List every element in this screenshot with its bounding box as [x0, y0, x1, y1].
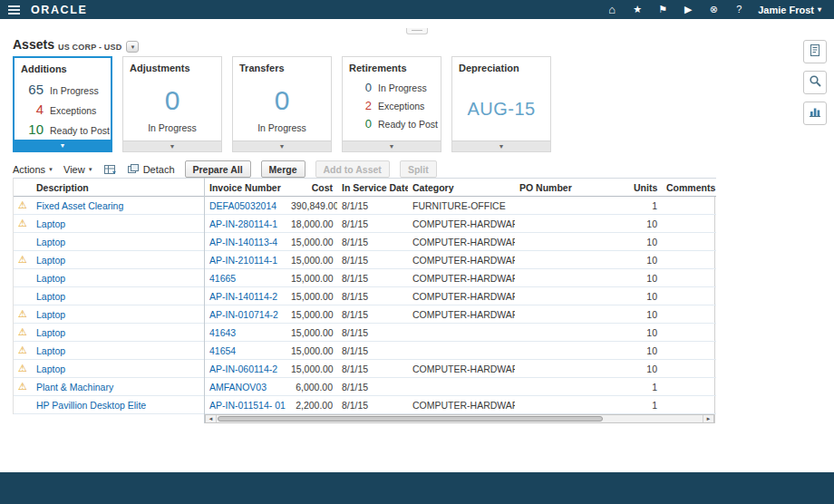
stat-in-progress[interactable]: 0 In Progress — [346, 81, 441, 94]
table-row[interactable]: ⚠Laptop — [14, 324, 204, 342]
infotile-expand-button[interactable]: ▼ — [343, 141, 441, 151]
description-link[interactable]: Laptop — [32, 233, 204, 251]
description-link[interactable]: Laptop — [32, 305, 204, 324]
detach-button[interactable]: Detach — [127, 163, 175, 175]
stat-exceptions[interactable]: 4 Exceptions — [18, 102, 111, 117]
table-row[interactable]: ⚠Laptop — [14, 360, 204, 378]
table-row[interactable]: ⚠Laptop — [14, 251, 204, 269]
reports-panel-button[interactable] — [803, 40, 827, 63]
table-row[interactable]: AP-IN-011514- 012,200.008/1/15COMPUTER-H… — [205, 396, 716, 414]
book-selector[interactable]: US CORP - USD ▼ — [58, 41, 139, 53]
table-row[interactable]: AP-IN-280114-118,000.008/1/15COMPUTER-HA… — [205, 215, 716, 233]
description-column-header[interactable]: Description — [32, 179, 204, 197]
units-column-header[interactable]: Units — [629, 179, 662, 197]
infotile-retirements[interactable]: Retirements 0 In Progress 2 Exceptions 0… — [342, 56, 441, 152]
table-left-body: ⚠Fixed Asset Clearing⚠LaptopLaptop⚠Lapto… — [14, 197, 204, 414]
table-row[interactable]: AP-IN-140114-215,000.008/1/15COMPUTER-HA… — [205, 287, 716, 305]
panel-drawer-handle[interactable] — [406, 28, 428, 34]
invoice-cell[interactable]: AMFANOV03 — [205, 378, 286, 396]
user-menu[interactable]: Jamie Frost ▾ — [758, 5, 821, 15]
description-link[interactable]: Laptop — [32, 342, 204, 360]
home-icon[interactable]: ⌂ — [606, 0, 618, 19]
comments-column-header[interactable]: Comments — [662, 179, 716, 197]
book-dropdown-button[interactable]: ▼ — [126, 41, 139, 53]
table-row[interactable]: ⚠Plant & Machinary — [14, 378, 204, 396]
stat-ready-to-post[interactable]: 10 Ready to Post — [18, 121, 111, 137]
table-row[interactable]: DEFA05032014390,849.008/1/15FURNITURE-OF… — [205, 197, 716, 215]
invoice-cell[interactable]: AP-IN-140114-2 — [205, 287, 286, 305]
description-link[interactable]: Laptop — [32, 287, 204, 305]
description-link[interactable]: Laptop — [32, 215, 204, 233]
invoice-cell[interactable]: DEFA05032014 — [205, 197, 286, 215]
table-row[interactable]: AP-IN-140113-415,000.008/1/15COMPUTER-HA… — [205, 233, 716, 251]
table-row[interactable]: HP Pavillion Desktop Elite — [14, 396, 204, 414]
invoice-cell[interactable]: AP-IN-010714-2 — [205, 305, 286, 324]
analytics-panel-button[interactable] — [803, 102, 827, 125]
table-row[interactable]: ⚠Laptop — [14, 342, 204, 360]
table-row[interactable]: 4165415,000.008/1/1510 — [205, 342, 716, 360]
favorites-star-icon[interactable]: ★ — [631, 0, 644, 19]
view-menu[interactable]: View ▼ — [63, 164, 93, 175]
table-row[interactable]: AMFANOV036,000.008/1/151 — [205, 378, 716, 396]
po-column-header[interactable]: PO Number — [515, 179, 629, 197]
description-link[interactable]: Plant & Machinary — [32, 378, 204, 396]
invoice-cell[interactable]: 41643 — [205, 324, 286, 342]
help-icon[interactable]: ? — [732, 0, 745, 19]
infotile-adjustments[interactable]: Adjustments 0 In Progress ▼ — [122, 56, 222, 152]
table-row[interactable]: 4166515,000.008/1/15COMPUTER-HARDWARE10 — [205, 269, 716, 287]
global-footer — [0, 472, 834, 504]
description-link[interactable]: Laptop — [32, 360, 204, 378]
cost-column-header[interactable]: Cost — [286, 179, 337, 197]
table-row[interactable]: Laptop — [14, 287, 204, 305]
description-link[interactable]: Fixed Asset Clearing — [32, 197, 204, 215]
announcements-icon[interactable]: ▶ — [682, 0, 694, 19]
table-row[interactable]: Laptop — [14, 269, 204, 287]
invoice-cell[interactable]: AP-IN-280114-1 — [205, 215, 286, 233]
table-row[interactable]: ⚠Laptop — [14, 215, 204, 233]
infotile-expand-button[interactable]: ▼ — [123, 141, 221, 151]
invoice-cell[interactable]: AP-IN-140113-4 — [205, 233, 286, 251]
scrollbar-thumb[interactable] — [218, 416, 603, 422]
scroll-left-icon[interactable]: ◄ — [206, 415, 217, 422]
horizontal-scrollbar[interactable]: ◄ ► — [205, 414, 714, 423]
category-column-header[interactable]: Category — [408, 179, 515, 197]
table-row[interactable]: AP-IN-010714-215,000.008/1/15COMPUTER-HA… — [205, 305, 716, 324]
scroll-right-icon[interactable]: ► — [703, 415, 713, 422]
description-link[interactable]: HP Pavillion Desktop Elite — [32, 396, 204, 414]
infotile-depreciation[interactable]: Depreciation AUG-15 ▼ — [451, 56, 551, 152]
table-row[interactable]: 4164315,000.008/1/1510 — [205, 324, 716, 342]
search-panel-button[interactable] — [803, 71, 827, 94]
table-row[interactable]: AP-IN-060114-215,000.008/1/15COMPUTER-HA… — [205, 360, 716, 378]
infotile-expand-button[interactable]: ▼ — [15, 140, 111, 150]
stat-ready-to-post[interactable]: 0 Ready to Post — [346, 117, 441, 131]
stat-exceptions[interactable]: 2 Exceptions — [346, 99, 441, 112]
date-column-header[interactable]: In Service Date — [337, 179, 408, 197]
prepare-all-button[interactable]: Prepare All — [185, 160, 251, 178]
stat-in-progress[interactable]: 65 In Progress — [18, 82, 111, 97]
table-row[interactable]: AP-IN-210114-115,000.008/1/15COMPUTER-HA… — [205, 251, 716, 269]
actions-menu[interactable]: Actions ▼ — [13, 164, 53, 175]
description-link[interactable]: Laptop — [32, 251, 204, 269]
category-cell: COMPUTER-HARDWARE — [408, 360, 515, 378]
invoice-cell[interactable]: AP-IN-011514- 01 — [205, 396, 286, 414]
merge-button[interactable]: Merge — [261, 160, 305, 178]
table-row[interactable]: ⚠Fixed Asset Clearing — [14, 197, 204, 215]
category-cell: COMPUTER-HARDWARE — [408, 251, 515, 269]
infotile-expand-button[interactable]: ▼ — [452, 141, 550, 151]
infotile-transfers[interactable]: Transfers 0 In Progress ▼ — [232, 56, 332, 152]
invoice-column-header[interactable]: Invoice Number — [205, 179, 286, 197]
invoice-cell[interactable]: AP-IN-210114-1 — [205, 251, 286, 269]
invoice-cell[interactable]: AP-IN-060114-2 — [205, 360, 286, 378]
freeze-columns-icon[interactable] — [103, 163, 117, 176]
table-row[interactable]: ⚠Laptop — [14, 305, 204, 324]
navigator-menu-icon[interactable] — [0, 0, 27, 19]
watchlist-flag-icon[interactable]: ⚑ — [656, 0, 669, 19]
invoice-cell[interactable]: 41654 — [205, 342, 286, 360]
accessibility-icon[interactable]: ⊗ — [707, 0, 720, 19]
infotile-additions[interactable]: Additions 65 In Progress 4 Exceptions 10… — [13, 56, 112, 152]
invoice-cell[interactable]: 41665 — [205, 269, 286, 287]
description-link[interactable]: Laptop — [32, 324, 204, 342]
infotile-expand-button[interactable]: ▼ — [233, 141, 331, 151]
table-row[interactable]: Laptop — [14, 233, 204, 251]
description-link[interactable]: Laptop — [32, 269, 204, 287]
